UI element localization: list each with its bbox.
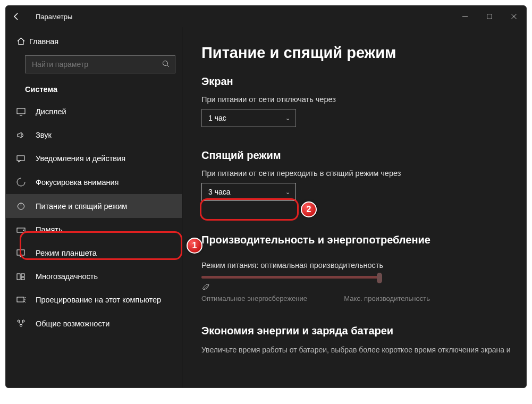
storage-icon bbox=[16, 226, 36, 234]
svg-rect-15 bbox=[21, 277, 24, 280]
search-input[interactable] bbox=[25, 55, 175, 73]
nav-label: Режим планшета bbox=[36, 249, 97, 257]
tablet-icon bbox=[16, 249, 36, 257]
svg-point-17 bbox=[18, 320, 20, 322]
sidebar-item-multitask[interactable]: Многозадачность bbox=[6, 265, 182, 288]
chevron-down-icon: ⌄ bbox=[285, 115, 290, 122]
svg-point-2 bbox=[163, 61, 168, 66]
perf-high-label: Макс. производительность bbox=[344, 294, 430, 302]
sleep-value: 3 часа bbox=[208, 188, 231, 196]
search-icon bbox=[162, 60, 170, 68]
power-icon bbox=[16, 201, 36, 211]
sidebar-item-notifications[interactable]: Уведомления и действия bbox=[6, 147, 182, 170]
maximize-button[interactable] bbox=[477, 6, 502, 27]
battery-heading: Экономия энергии и заряда батареи bbox=[201, 325, 526, 337]
home-icon bbox=[16, 37, 29, 46]
svg-point-19 bbox=[20, 324, 22, 326]
display-icon bbox=[16, 108, 36, 116]
back-button[interactable] bbox=[12, 12, 33, 21]
svg-rect-14 bbox=[21, 274, 24, 276]
nav-label: Фокусировка внимания bbox=[36, 178, 119, 187]
nav-label: Питание и спящий режим bbox=[36, 202, 127, 211]
nav-label: Дисплей bbox=[36, 107, 66, 116]
sidebar-section-header: Система bbox=[6, 81, 182, 100]
close-button[interactable] bbox=[502, 6, 526, 27]
sound-icon bbox=[16, 131, 36, 139]
svg-rect-6 bbox=[17, 156, 24, 161]
svg-point-18 bbox=[22, 320, 24, 322]
svg-rect-4 bbox=[17, 108, 25, 114]
battery-text: Увеличьте время работы от батареи, выбра… bbox=[201, 344, 526, 355]
svg-rect-16 bbox=[17, 297, 24, 302]
sidebar-item-tablet[interactable]: Режим планшета bbox=[6, 241, 182, 265]
sleep-heading: Спящий режим bbox=[201, 149, 526, 162]
annotation-badge-1: 1 bbox=[187, 238, 202, 254]
page-title: Питание и спящий режим bbox=[201, 44, 526, 62]
screen-heading: Экран bbox=[201, 75, 526, 88]
screen-off-label: При питании от сети отключать через bbox=[201, 95, 526, 104]
svg-rect-13 bbox=[17, 274, 20, 280]
chevron-down-icon: ⌄ bbox=[285, 189, 290, 196]
perf-heading: Производительность и энергопотребление bbox=[201, 234, 526, 246]
svg-rect-12 bbox=[20, 256, 22, 257]
sidebar-item-focus[interactable]: Фокусировка внимания bbox=[6, 170, 182, 194]
window-title: Параметры bbox=[36, 13, 72, 21]
minimize-button[interactable] bbox=[453, 6, 477, 27]
nav-label: Многозадачность bbox=[36, 272, 98, 281]
projecting-icon bbox=[16, 296, 36, 304]
focus-icon bbox=[16, 178, 36, 187]
sidebar-item-storage[interactable]: Память bbox=[6, 218, 182, 241]
annotation-badge-2: 2 bbox=[301, 201, 317, 217]
sidebar-item-sound[interactable]: Звук bbox=[6, 123, 182, 147]
sleep-label: При питании от сети переходить в спящий … bbox=[201, 169, 526, 178]
svg-rect-11 bbox=[17, 250, 24, 255]
sidebar-item-power[interactable]: Питание и спящий режим bbox=[6, 194, 182, 218]
nav-label: Общие возможности bbox=[36, 319, 109, 328]
svg-point-10 bbox=[23, 230, 24, 231]
sidebar-item-display[interactable]: Дисплей bbox=[6, 100, 182, 123]
svg-line-3 bbox=[167, 65, 170, 68]
home-label: Главная bbox=[29, 37, 58, 46]
svg-rect-1 bbox=[487, 14, 492, 19]
power-mode-label: Режим питания: оптимальная производитель… bbox=[201, 261, 526, 270]
sleep-select[interactable]: 3 часа ⌄ bbox=[201, 183, 296, 201]
leaf-icon bbox=[201, 283, 211, 292]
multitask-icon bbox=[16, 273, 36, 281]
nav-label: Уведомления и действия bbox=[36, 154, 125, 163]
content-pane: Питание и спящий режим Экран При питании… bbox=[182, 27, 526, 388]
screen-off-select[interactable]: 1 час ⌄ bbox=[201, 109, 296, 127]
perf-low-label: Оптимальное энергосбережение bbox=[201, 294, 307, 302]
power-mode-slider[interactable] bbox=[201, 276, 382, 279]
nav-label: Проецирование на этот компьютер bbox=[36, 296, 161, 304]
screen-off-value: 1 час bbox=[208, 114, 226, 122]
sidebar: Главная Система Дисплей Звук Уведомления… bbox=[6, 27, 182, 388]
nav-label: Память bbox=[36, 225, 63, 234]
notifications-icon bbox=[16, 155, 36, 163]
sidebar-item-projecting[interactable]: Проецирование на этот компьютер bbox=[6, 288, 182, 312]
shared-icon bbox=[16, 319, 36, 328]
sidebar-item-home[interactable]: Главная bbox=[6, 31, 182, 53]
sidebar-item-shared[interactable]: Общие возможности bbox=[6, 312, 182, 335]
nav-label: Звук bbox=[36, 131, 52, 139]
